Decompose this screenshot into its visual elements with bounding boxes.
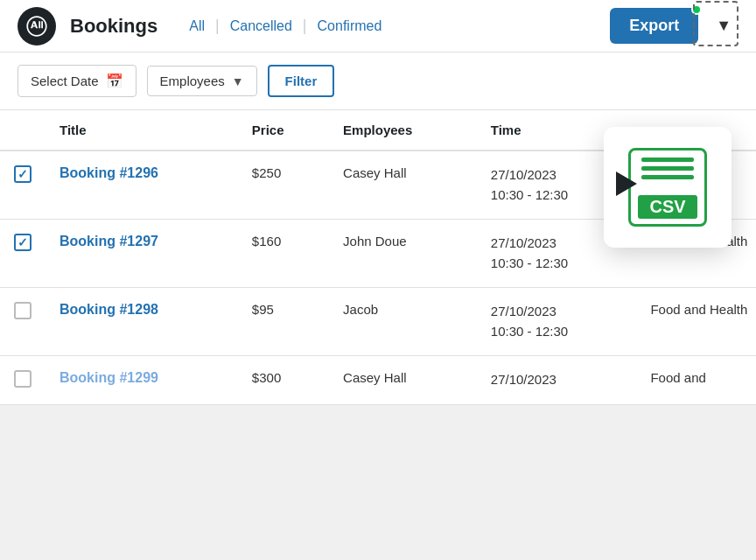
csv-label: CSV xyxy=(638,195,697,219)
category-cell: Food and Health xyxy=(636,288,756,356)
booking-link[interactable]: Booking #1297 xyxy=(60,234,158,248)
play-arrow-icon xyxy=(611,168,642,200)
export-area: Export ▼ xyxy=(610,8,738,44)
checkbox-cell: ✓ xyxy=(0,220,46,288)
nav-all[interactable]: All xyxy=(178,18,215,34)
booking-link[interactable]: Booking #1299 xyxy=(60,370,158,385)
booking-link[interactable]: Booking #1298 xyxy=(60,302,158,317)
price-cell: $160 xyxy=(238,220,329,288)
employees-dropdown-button[interactable]: Employees ▼ xyxy=(147,66,257,96)
dashed-selection-box xyxy=(693,1,738,46)
time-cell: 27/10/2023 xyxy=(477,356,637,405)
booking-link[interactable]: Booking #1296 xyxy=(60,165,158,180)
row-checkbox[interactable]: ✓ xyxy=(14,234,32,251)
employees-label: Employees xyxy=(160,74,225,88)
check-mark: ✓ xyxy=(18,167,28,181)
col-employees: Employees xyxy=(329,110,477,150)
row-checkbox[interactable] xyxy=(14,370,32,388)
csv-line-3 xyxy=(641,175,694,179)
calendar-icon: 📅 xyxy=(106,73,123,89)
row-checkbox[interactable] xyxy=(14,302,32,319)
wp-logo xyxy=(18,7,56,46)
checkbox-cell: ✓ xyxy=(0,150,46,220)
arrow-pointer xyxy=(611,168,642,203)
chevron-down-icon: ▼ xyxy=(232,74,244,88)
nav-links: All | Cancelled | Confirmed xyxy=(178,17,392,35)
csv-line-2 xyxy=(641,166,694,171)
employee-cell: Casey Hall xyxy=(329,150,477,220)
table-row: Booking #1298$95Jacob27/10/202310:30 - 1… xyxy=(0,288,756,356)
nav-cancelled[interactable]: Cancelled xyxy=(220,18,303,34)
booking-title-cell: Booking #1296 xyxy=(46,150,238,220)
price-cell: $250 xyxy=(238,150,329,220)
csv-line-1 xyxy=(641,158,694,162)
checkbox-cell xyxy=(0,288,46,356)
employee-cell: Casey Hall xyxy=(329,356,477,405)
select-date-label: Select Date xyxy=(31,74,99,88)
app-title: Bookings xyxy=(70,15,158,38)
col-title: Title xyxy=(46,110,238,150)
csv-lines xyxy=(638,158,697,179)
export-label: Export xyxy=(629,17,679,34)
employee-cell: John Doue xyxy=(329,220,477,288)
price-cell: $95 xyxy=(238,288,329,356)
category-cell: Food and xyxy=(636,356,756,405)
filter-button[interactable]: Filter xyxy=(268,65,335,97)
wordpress-icon xyxy=(24,14,49,38)
export-button[interactable]: Export xyxy=(610,8,698,44)
checkbox-cell xyxy=(0,356,46,405)
booking-title-cell: Booking #1297 xyxy=(46,220,238,288)
check-mark: ✓ xyxy=(18,235,28,249)
price-cell: $300 xyxy=(238,356,329,405)
nav-confirmed[interactable]: Confirmed xyxy=(307,18,393,34)
booking-title-cell: Booking #1298 xyxy=(46,288,238,356)
col-price: Price xyxy=(238,110,329,150)
col-checkbox xyxy=(0,110,46,150)
table-row: Booking #1299$300Casey Hall27/10/2023Foo… xyxy=(0,356,756,405)
row-checkbox[interactable]: ✓ xyxy=(14,165,32,183)
booking-title-cell: Booking #1299 xyxy=(46,356,238,405)
time-cell: 27/10/202310:30 - 12:30 xyxy=(477,288,637,356)
header: Bookings All | Cancelled | Confirmed Exp… xyxy=(0,0,756,52)
toolbar: Select Date 📅 Employees ▼ Filter xyxy=(0,52,756,110)
svg-marker-0 xyxy=(616,172,637,196)
employee-cell: Jacob xyxy=(329,288,477,356)
select-date-button[interactable]: Select Date 📅 xyxy=(18,65,136,97)
